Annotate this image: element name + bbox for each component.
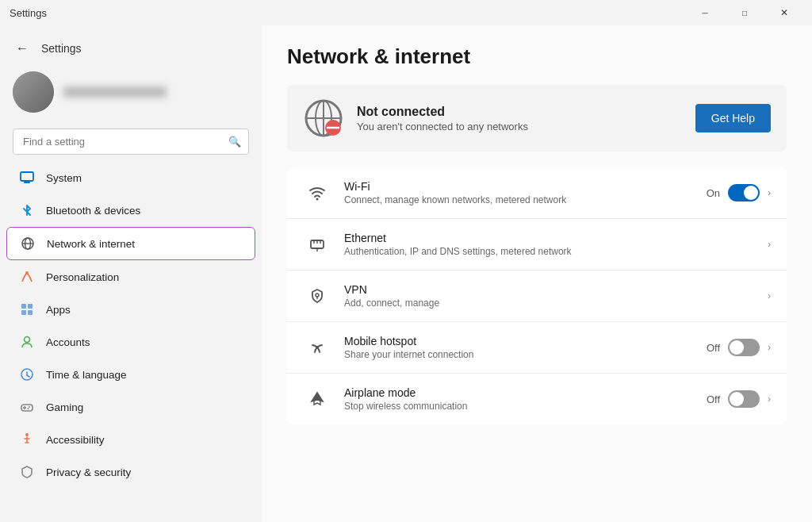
sidebar-item-network[interactable]: Network & internet [6, 227, 255, 260]
hotspot-chevron: › [768, 342, 771, 353]
status-subtitle: You aren't connected to any networks [357, 121, 683, 132]
svg-point-5 [25, 271, 29, 274]
setting-item-airplane[interactable]: Airplane modeStop wireless communication… [287, 374, 787, 424]
gaming-icon [19, 399, 35, 415]
svg-point-17 [29, 406, 30, 408]
hotspot-control: Off› [707, 339, 771, 356]
sidebar-app-title: Settings [41, 42, 82, 55]
hotspot-text-block: Mobile hotspotShare your internet connec… [344, 335, 694, 360]
svg-rect-8 [21, 310, 26, 315]
bluetooth-icon [19, 202, 35, 218]
status-title: Not connected [357, 105, 683, 119]
wifi-chevron: › [768, 187, 771, 198]
svg-rect-0 [21, 172, 33, 181]
vpn-setting-icon [303, 282, 331, 310]
avatar [13, 71, 54, 113]
svg-point-32 [316, 294, 319, 297]
ethernet-label: Ethernet [344, 232, 755, 244]
wifi-desc: Connect, manage known networks, metered … [344, 194, 694, 205]
app-container: ← Settings 🔍 SystemBluetooth & devicesNe… [0, 25, 812, 522]
sidebar-item-system[interactable]: System [6, 162, 255, 194]
wifi-toggle[interactable] [728, 184, 760, 202]
apps-icon [19, 301, 35, 317]
setting-item-vpn[interactable]: VPNAdd, connect, manage› [287, 271, 787, 322]
hotspot-toggle-label: Off [707, 342, 720, 354]
airplane-control: Off› [707, 390, 771, 408]
sidebar-item-label-system: System [46, 172, 82, 184]
vpn-label: VPN [344, 283, 755, 296]
search-box: 🔍 [13, 129, 249, 155]
wifi-control: On› [707, 184, 771, 202]
ethernet-desc: Authentication, IP and DNS settings, met… [344, 246, 755, 257]
vpn-desc: Add, connect, manage [344, 297, 755, 309]
svg-line-13 [27, 375, 29, 377]
airplane-label: Airplane mode [344, 386, 694, 399]
accessibility-icon [19, 432, 35, 447]
wifi-label: Wi-Fi [344, 180, 694, 193]
sidebar-item-label-bluetooth: Bluetooth & devices [46, 205, 140, 217]
airplane-toggle[interactable] [728, 390, 760, 408]
hotspot-toggle-thumb [730, 340, 744, 355]
sidebar-item-label-privacy: Privacy & security [46, 466, 131, 478]
maximize-button[interactable]: □ [726, 0, 763, 25]
airplane-desc: Stop wireless communication [344, 401, 694, 412]
setting-item-hotspot[interactable]: Mobile hotspotShare your internet connec… [287, 322, 787, 374]
svg-rect-9 [28, 310, 33, 315]
svg-rect-7 [28, 304, 33, 309]
sidebar-item-label-network: Network & internet [47, 238, 135, 250]
personalization-icon [19, 269, 35, 285]
page-title: Network & internet [287, 44, 787, 69]
sidebar-header: ← Settings [0, 25, 262, 65]
sidebar-item-accounts[interactable]: Accounts [6, 326, 255, 358]
privacy-icon [19, 464, 35, 480]
get-help-button[interactable]: Get Help [695, 104, 771, 132]
titlebar-left: Settings [10, 7, 47, 19]
close-button[interactable]: ✕ [766, 0, 802, 25]
svg-rect-1 [24, 182, 30, 183]
sidebar-item-label-apps: Apps [46, 304, 71, 316]
accounts-icon [19, 334, 35, 350]
system-icon [19, 170, 35, 186]
status-text-block: Not connected You aren't connected to an… [357, 105, 683, 132]
titlebar: Settings ─ □ ✕ [0, 0, 812, 25]
ethernet-setting-icon [303, 230, 331, 259]
sidebar-item-gaming[interactable]: Gaming [6, 391, 255, 423]
wifi-text-block: Wi-FiConnect, manage known networks, met… [344, 180, 694, 205]
wifi-toggle-thumb [744, 186, 758, 200]
hotspot-toggle[interactable] [728, 339, 760, 356]
user-profile [0, 65, 262, 125]
user-name [63, 86, 167, 98]
sidebar-item-personalization[interactable]: Personalization [6, 261, 255, 293]
settings-list: Wi-FiConnect, manage known networks, met… [287, 167, 787, 424]
airplane-toggle-label: Off [707, 393, 720, 405]
back-button[interactable]: ← [13, 38, 32, 59]
setting-item-ethernet[interactable]: EthernetAuthentication, IP and DNS setti… [287, 219, 787, 271]
sidebar-item-privacy[interactable]: Privacy & security [6, 456, 255, 488]
vpn-text-block: VPNAdd, connect, manage [344, 283, 755, 309]
sidebar-item-accessibility[interactable]: Accessibility [6, 424, 255, 455]
airplane-text-block: Airplane modeStop wireless communication [344, 386, 694, 412]
svg-rect-6 [21, 304, 26, 309]
sidebar-nav: SystemBluetooth & devicesNetwork & inter… [0, 161, 262, 489]
setting-item-wifi[interactable]: Wi-FiConnect, manage known networks, met… [287, 167, 787, 219]
hotspot-label: Mobile hotspot [344, 335, 694, 347]
hotspot-setting-icon [303, 333, 331, 362]
vpn-chevron: › [768, 290, 771, 301]
globe-icon [303, 98, 344, 139]
network-icon [20, 236, 36, 251]
sidebar-item-label-accessibility: Accessibility [46, 434, 105, 446]
ethernet-text-block: EthernetAuthentication, IP and DNS setti… [344, 232, 755, 257]
search-input[interactable] [13, 129, 249, 155]
wifi-toggle-label: On [707, 187, 720, 199]
svg-point-10 [25, 337, 30, 343]
sidebar-item-label-gaming: Gaming [46, 401, 83, 413]
sidebar-item-time[interactable]: Time & language [6, 359, 255, 390]
time-icon [19, 367, 35, 382]
minimize-button[interactable]: ─ [687, 0, 723, 25]
airplane-setting-icon [303, 385, 331, 413]
sidebar-item-bluetooth[interactable]: Bluetooth & devices [6, 194, 255, 226]
svg-point-19 [25, 433, 29, 436]
content-area: Network & internet Not connected You are… [262, 25, 812, 522]
airplane-chevron: › [768, 393, 771, 405]
sidebar-item-apps[interactable]: Apps [6, 294, 255, 325]
